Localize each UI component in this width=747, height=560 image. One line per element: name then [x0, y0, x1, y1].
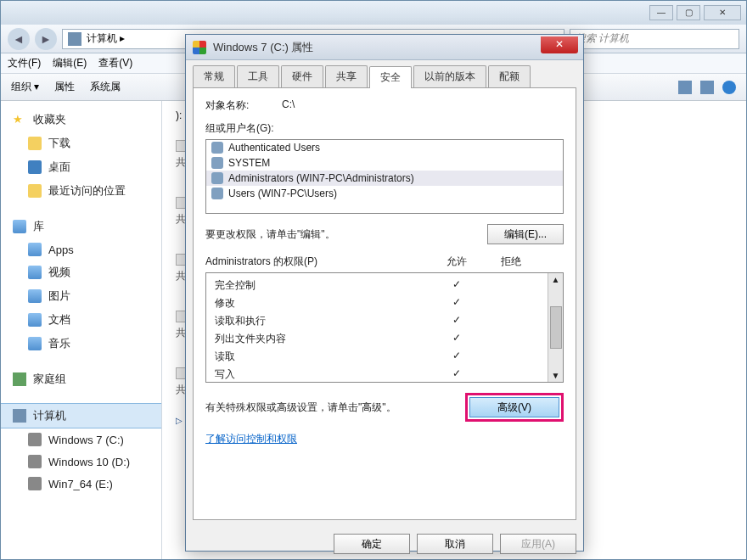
- maximize-button[interactable]: ▢: [677, 5, 700, 20]
- sidebar-drive-d[interactable]: Windows 10 (D:): [1, 451, 161, 473]
- sidebar-item-pictures[interactable]: 图片: [1, 284, 161, 308]
- permission-row: 写入✓: [215, 366, 539, 384]
- scroll-up-icon[interactable]: ▲: [552, 275, 560, 284]
- object-name-value: C:\: [282, 98, 295, 113]
- apps-icon: [28, 243, 42, 256]
- permission-row: 修改✓: [215, 294, 539, 312]
- sidebar-drive-e[interactable]: Win7_64 (E:): [1, 473, 161, 495]
- sidebar-item-documents[interactable]: 文档: [1, 308, 161, 332]
- allow-check: ✓: [429, 367, 484, 382]
- permission-name: 读取和执行: [215, 314, 266, 328]
- deny-check: [484, 314, 539, 328]
- sidebar-homegroup[interactable]: 家庭组: [1, 367, 161, 391]
- tab-previous[interactable]: 以前的版本: [413, 65, 486, 87]
- permission-row: 读取✓: [215, 348, 539, 366]
- document-icon: [28, 313, 42, 327]
- cancel-button[interactable]: 取消: [417, 534, 493, 554]
- star-icon: ★: [13, 113, 26, 126]
- close-button[interactable]: ✕: [704, 5, 741, 20]
- permission-name: 修改: [215, 296, 235, 311]
- menu-edit[interactable]: 编辑(E): [53, 56, 87, 70]
- deny-check: [484, 332, 539, 346]
- sidebar-item-downloads[interactable]: 下载: [1, 132, 161, 155]
- permission-name: 写入: [215, 367, 235, 382]
- sidebar-computer[interactable]: 计算机: [1, 403, 161, 428]
- user-item[interactable]: SYSTEM: [206, 155, 563, 171]
- music-icon: [28, 337, 42, 350]
- dialog-title: Windows 7 (C:) 属性: [213, 40, 313, 55]
- sidebar-item-apps[interactable]: Apps: [1, 238, 161, 260]
- shield-icon: [193, 41, 206, 54]
- back-button[interactable]: ◄: [8, 28, 30, 50]
- tab-quota[interactable]: 配额: [488, 65, 531, 87]
- breadcrumb: 计算机 ▸: [87, 31, 125, 46]
- deny-check: [484, 296, 539, 311]
- minimize-button[interactable]: —: [649, 5, 673, 20]
- watermark: 系统之家: [647, 529, 737, 550]
- scroll-thumb[interactable]: [550, 306, 562, 349]
- homegroup-icon: [13, 372, 26, 386]
- forward-button[interactable]: ►: [35, 28, 57, 50]
- user-icon: [211, 157, 223, 169]
- scrollbar[interactable]: ▲ ▼: [548, 273, 563, 382]
- sidebar-item-videos[interactable]: 视频: [1, 260, 161, 284]
- toolbar-properties[interactable]: 属性: [54, 80, 75, 94]
- help-icon[interactable]: [722, 81, 736, 94]
- user-item-selected[interactable]: Administrators (WIN7-PC\Administrators): [206, 171, 563, 186]
- tab-security[interactable]: 安全: [369, 66, 412, 88]
- watermark-icon: [647, 529, 671, 550]
- sidebar-favorites[interactable]: ★收藏夹: [1, 108, 161, 132]
- sidebar-item-desktop[interactable]: 桌面: [1, 155, 161, 179]
- deny-check: [484, 367, 539, 382]
- groups-label: 组或用户名(G):: [205, 121, 564, 136]
- apply-button[interactable]: 应用(A): [500, 534, 576, 554]
- desktop-icon: [28, 160, 42, 174]
- advanced-hint: 有关特殊权限或高级设置，请单击"高级"。: [205, 400, 426, 415]
- sidebar-item-music[interactable]: 音乐: [1, 332, 161, 356]
- sidebar-drive-c[interactable]: Windows 7 (C:): [1, 428, 161, 451]
- learn-more-link[interactable]: 了解访问控制和权限: [205, 432, 564, 446]
- allow-check: ✓: [429, 314, 484, 328]
- toolbar-organize[interactable]: 组织 ▾: [11, 80, 39, 94]
- permissions-label: Administrators 的权限(P): [205, 255, 317, 269]
- tab-sharing[interactable]: 共享: [325, 65, 368, 87]
- tab-hardware[interactable]: 硬件: [281, 65, 323, 87]
- tab-tools[interactable]: 工具: [237, 65, 279, 87]
- toolbar-sysprops[interactable]: 系统属: [90, 80, 121, 94]
- folder-icon: [28, 137, 42, 150]
- permission-row: 完全控制✓: [215, 277, 539, 294]
- deny-check: [484, 350, 539, 364]
- menu-file[interactable]: 文件(F): [8, 56, 41, 70]
- permission-row: 列出文件夹内容✓: [215, 330, 539, 348]
- edit-hint: 要更改权限，请单击"编辑"。: [205, 227, 335, 242]
- deny-header: 拒绝: [501, 255, 521, 269]
- sidebar-item-recent[interactable]: 最近访问的位置: [1, 179, 161, 203]
- allow-check: ✓: [429, 332, 484, 346]
- preview-icon[interactable]: [700, 81, 714, 94]
- search-input[interactable]: 搜索 计算机: [570, 29, 739, 49]
- object-name-label: 对象名称:: [205, 98, 273, 113]
- permissions-list: 完全控制✓修改✓读取和执行✓列出文件夹内容✓读取✓写入✓ ▲ ▼: [205, 272, 564, 383]
- tab-general[interactable]: 常规: [193, 65, 235, 87]
- recent-icon: [28, 184, 42, 198]
- user-item[interactable]: Authenticated Users: [206, 140, 563, 155]
- dialog-titlebar: Windows 7 (C:) 属性 ✕: [186, 35, 583, 60]
- permission-row: 读取和执行✓: [215, 312, 539, 330]
- dialog-close-button[interactable]: ✕: [541, 36, 578, 53]
- menu-view[interactable]: 查看(V): [98, 56, 132, 70]
- advanced-button[interactable]: 高级(V): [469, 397, 559, 417]
- properties-dialog: Windows 7 (C:) 属性 ✕ 常规 工具 硬件 共享 安全 以前的版本…: [185, 34, 584, 552]
- computer-icon: [13, 409, 26, 423]
- sidebar-libraries[interactable]: 库: [1, 215, 161, 238]
- allow-check: ✓: [429, 350, 484, 364]
- user-item[interactable]: Users (WIN7-PC\Users): [206, 186, 563, 201]
- user-list[interactable]: Authenticated Users SYSTEM Administrator…: [205, 139, 564, 214]
- edit-button[interactable]: 编辑(E)...: [487, 224, 564, 244]
- permission-name: 读取: [215, 350, 235, 364]
- user-icon: [211, 172, 223, 184]
- ok-button[interactable]: 确定: [334, 534, 410, 554]
- view-icon[interactable]: [678, 81, 692, 94]
- dialog-button-row: 确定 取消 应用(A): [186, 527, 583, 560]
- allow-check: ✓: [429, 278, 484, 293]
- scroll-down-icon[interactable]: ▼: [552, 371, 560, 380]
